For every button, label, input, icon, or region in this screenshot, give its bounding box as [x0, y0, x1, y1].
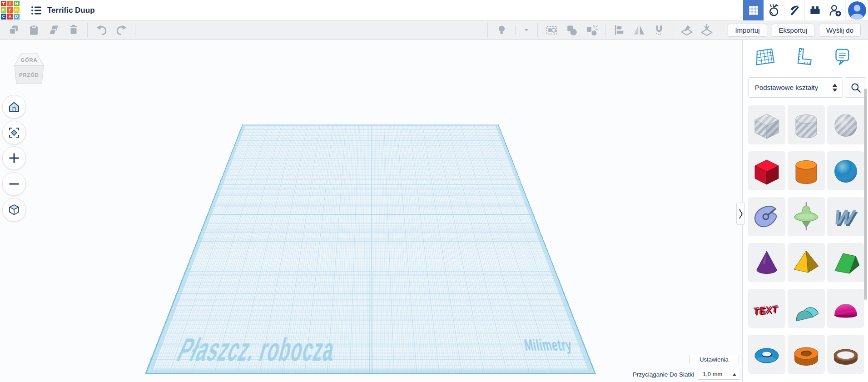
align-button[interactable]: [612, 23, 626, 37]
shape-scribble[interactable]: [748, 197, 785, 236]
mirror-flip-icon: [633, 24, 645, 36]
viewport-3d[interactable]: Płaszcz. robocza Milimetry: [0, 40, 742, 382]
import-button[interactable]: Importuj: [728, 24, 767, 37]
send-to-button[interactable]: Wyślij do: [819, 24, 861, 37]
tab-notes[interactable]: [831, 45, 853, 68]
show-hide-button[interactable]: [495, 23, 508, 37]
shape-cylinder[interactable]: [788, 151, 825, 190]
export-button[interactable]: Eksportuj: [772, 24, 815, 37]
perspective-toggle-button[interactable]: [2, 198, 26, 222]
undo-button[interactable]: [94, 23, 108, 37]
cylinder-icon: [788, 153, 824, 189]
ruler-tool-button[interactable]: [700, 23, 714, 37]
shape-top[interactable]: [788, 197, 825, 236]
ring-icon: [828, 336, 864, 372]
cylinder-hole-icon: [788, 107, 824, 143]
shape-text[interactable]: TEXT TEXT: [748, 289, 785, 328]
logo-cell-r: R: [14, 7, 20, 13]
shape-squiggle[interactable]: W W: [827, 197, 864, 236]
shape-search-button[interactable]: [845, 77, 866, 98]
tinker-gyroscope-icon: [768, 4, 780, 16]
cone-icon: [749, 244, 785, 281]
chevron-right-icon: [738, 206, 744, 222]
tinker-button[interactable]: [764, 0, 784, 20]
home-icon: [7, 100, 21, 114]
view-cube-front-label: PRZÓD: [19, 72, 39, 78]
trash-icon: [68, 24, 79, 36]
paste-button[interactable]: [27, 23, 40, 37]
shape-cylinder-hole[interactable]: [788, 105, 825, 144]
home-view-button[interactable]: [2, 95, 26, 119]
ungroup-icon: [585, 24, 598, 36]
design-title: Terrific Duup: [47, 0, 95, 20]
logo-cell-t: T: [1, 1, 7, 7]
plus-icon: [7, 151, 21, 165]
shape-sphere[interactable]: [827, 151, 864, 190]
view-cube-top-label: GÓRA: [21, 57, 38, 63]
scribble-icon: [749, 198, 785, 235]
pyramid-icon: [788, 244, 824, 281]
dashboard-grid-button[interactable]: [743, 0, 764, 20]
select-group-button[interactable]: [545, 23, 558, 37]
shape-box[interactable]: [748, 151, 785, 190]
duplicate-button[interactable]: [47, 23, 60, 37]
show-hide-dropdown[interactable]: [522, 23, 531, 37]
shape-torus[interactable]: [748, 335, 785, 374]
logo-cell-a: A: [7, 14, 13, 20]
shapes-grid: W W TEXT TEXT: [748, 105, 864, 374]
redo-button[interactable]: [114, 23, 128, 37]
shape-tube[interactable]: [788, 335, 825, 374]
invite-collaborator-button[interactable]: [825, 0, 845, 20]
shape-ring[interactable]: [827, 335, 864, 374]
magnet-icon: [653, 24, 665, 36]
design-menu-button[interactable]: [31, 5, 43, 15]
zoom-in-button[interactable]: [2, 146, 26, 170]
settings-button[interactable]: Ustawienia: [689, 355, 739, 364]
view-cube[interactable]: GÓRA PRZÓD: [11, 51, 47, 92]
minecraft-export-button[interactable]: [784, 0, 804, 20]
zoom-out-button[interactable]: [2, 172, 26, 196]
logo-cell-k: K: [1, 7, 7, 13]
tab-workplane[interactable]: [754, 45, 776, 68]
panel-scrollbar[interactable]: [864, 89, 867, 300]
magnet-button[interactable]: [652, 23, 666, 37]
tab-ruler[interactable]: [792, 45, 815, 68]
top-bar: TINKERCAD Terrific Duup: [0, 0, 868, 20]
undo-icon: [95, 24, 108, 36]
workplane[interactable]: Płaszcz. robocza Milimetry: [145, 124, 595, 374]
snap-grid-label: Przyciąganie Do Siatki: [633, 371, 694, 378]
shape-wedge[interactable]: [827, 243, 864, 282]
shape-category-select[interactable]: Podstawowe kształty: [748, 77, 843, 98]
fit-view-button[interactable]: [2, 121, 26, 144]
snap-grid-value: 1,0 mm: [703, 371, 722, 377]
sphere-hole-icon: [828, 107, 864, 143]
shape-sphere-hole[interactable]: [827, 105, 864, 144]
caret-down-icon: [523, 26, 530, 34]
group-button[interactable]: [565, 23, 578, 37]
shape-search-row: Podstawowe kształty: [748, 77, 866, 98]
mirror-button[interactable]: [632, 23, 646, 37]
shape-half-sphere[interactable]: [827, 289, 864, 328]
copy-button[interactable]: [7, 23, 20, 37]
half-sphere-icon: [828, 290, 864, 327]
delete-button[interactable]: [67, 23, 80, 37]
account-avatar-cell: [845, 0, 868, 20]
shape-box-hole[interactable]: [748, 105, 785, 144]
workplane-tool-button[interactable]: [680, 23, 694, 37]
shape-cone[interactable]: [748, 243, 785, 282]
round-roof-icon: [788, 290, 824, 327]
group-icon: [565, 24, 578, 36]
shape-pyramid[interactable]: [788, 243, 825, 282]
shape-round-roof[interactable]: [788, 289, 825, 328]
snap-grid-select[interactable]: 1,0 mm: [698, 369, 740, 380]
tinkercad-logo[interactable]: TINKERCAD: [0, 0, 20, 20]
edit-toolbar: Importuj Eksportuj Wyślij do: [0, 20, 868, 40]
avatar[interactable]: [848, 1, 866, 20]
workplane-label: Płaszcz. robocza: [172, 332, 337, 368]
text-icon: TEXT TEXT: [749, 290, 785, 327]
collapse-panel-button[interactable]: [736, 203, 745, 225]
shape-category-value: Podstawowe kształty: [755, 84, 818, 91]
lego-export-button[interactable]: [804, 0, 825, 20]
ungroup-button[interactable]: [585, 23, 598, 37]
redo-icon: [115, 24, 128, 36]
